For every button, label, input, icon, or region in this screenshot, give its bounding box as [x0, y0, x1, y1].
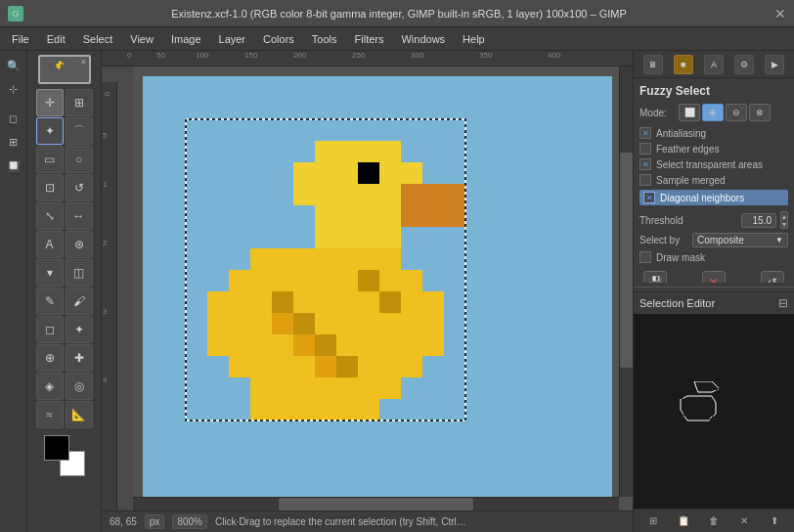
tool-measure[interactable]: 📐 [66, 401, 93, 428]
close-panel-icon[interactable]: ✕ [735, 512, 753, 530]
draw-mask-checkbox[interactable] [640, 251, 651, 263]
selection-editor-body [634, 314, 794, 509]
color-swatches[interactable] [44, 435, 85, 476]
horizontal-scrollbar[interactable] [133, 497, 619, 510]
ruler-side-50: 5 [103, 131, 107, 140]
mode-replace[interactable]: ⬜ [679, 104, 700, 121]
menu-edit[interactable]: Edit [39, 31, 73, 47]
select-transparent-row: ✕ Select transparent areas [640, 158, 788, 170]
cursor-coords: 68, 65 [110, 516, 137, 527]
settings-icon[interactable]: ⚙ [734, 55, 754, 74]
menu-file[interactable]: File [4, 31, 37, 47]
tool-text[interactable]: A [36, 231, 64, 258]
menu-layer[interactable]: Layer [211, 31, 254, 47]
tool-move[interactable]: ✛ [36, 89, 64, 116]
feather-edges-checkbox[interactable] [640, 143, 651, 155]
tool-gradient[interactable]: ◫ [66, 259, 93, 287]
panel-divider [634, 287, 794, 288]
delete-preset-button[interactable]: ✕ [702, 271, 726, 283]
ruler-mark-400: 400 [548, 51, 560, 60]
view-icon2[interactable]: ⊞ [3, 131, 24, 153]
selection-editor-header[interactable]: Selection Editor ⊟ [634, 291, 794, 314]
tool-dodge[interactable]: ◎ [66, 373, 93, 400]
ruler-mark-350: 350 [479, 51, 492, 60]
menu-colors[interactable]: Colors [255, 31, 302, 47]
menu-image[interactable]: Image [163, 31, 209, 47]
diagonal-neighbors-checkbox[interactable]: ✕ [643, 192, 655, 203]
foreground-color-swatch[interactable] [44, 435, 69, 461]
image-canvas[interactable] [133, 66, 633, 510]
tool-heal[interactable]: ✚ [66, 344, 93, 372]
view-icon3[interactable]: 🔲 [3, 155, 24, 176]
antialiasing-row: ✕ Antialiasing [640, 127, 788, 139]
menu-select[interactable]: Select [75, 31, 121, 47]
collapse-icon[interactable]: ⊟ [778, 296, 788, 310]
menu-windows[interactable]: Windows [393, 31, 453, 47]
tool-bucket[interactable]: ▾ [36, 259, 64, 287]
threshold-value[interactable]: 15.0 [741, 213, 776, 228]
tool-smudge[interactable]: ≈ [36, 401, 64, 428]
tool-ellipse-select[interactable]: ○ [66, 146, 93, 173]
delete-icon[interactable]: 🗑 [705, 512, 723, 530]
tool-fuzzy-select[interactable]: ✦ [36, 117, 64, 145]
color-swatch-icon[interactable]: ■ [674, 55, 693, 74]
tool-scale[interactable]: ⤡ [36, 202, 64, 230]
tool-crop[interactable]: ⊡ [36, 174, 64, 201]
scroll-up-icon[interactable]: ▲ [781, 213, 788, 220]
font-icon[interactable]: A [704, 55, 724, 74]
play-icon[interactable]: ▶ [765, 55, 784, 74]
scroll-down-icon[interactable]: ▼ [781, 221, 788, 228]
close-button[interactable]: ✕ [774, 6, 786, 22]
tool-rect-select[interactable]: ▭ [36, 146, 64, 173]
menu-filters[interactable]: Filters [347, 31, 392, 47]
tool-pencil[interactable]: ✎ [36, 288, 64, 315]
tool-free-select[interactable]: ⌒ [66, 117, 93, 145]
threshold-scroll[interactable]: ▲ ▼ [780, 211, 788, 229]
mode-add[interactable]: ⊕ [702, 104, 724, 121]
select-transparent-checkbox[interactable]: ✕ [640, 158, 651, 170]
active-tool-duck[interactable]: ✕ [38, 55, 91, 84]
mode-subtract[interactable]: ⊖ [726, 104, 747, 121]
menu-view[interactable]: View [122, 31, 161, 47]
tool-options-x[interactable]: ✕ [80, 58, 87, 66]
select-by-dropdown[interactable]: Composite ▼ [692, 233, 788, 247]
select-transparent-label: Select transparent areas [656, 159, 763, 170]
duck-icon-canvas [53, 58, 76, 81]
antialiasing-label: Antialiasing [656, 128, 706, 139]
tool-align[interactable]: ⊞ [66, 89, 93, 116]
scroll-up-icon[interactable]: ⬆ [766, 512, 783, 530]
menu-help[interactable]: Help [455, 31, 493, 47]
mode-intersect[interactable]: ⊗ [749, 104, 771, 121]
display-icon[interactable]: 🖥 [643, 55, 663, 74]
reset-button[interactable]: ↺ [761, 271, 784, 283]
save-preset-button[interactable]: 💾 [643, 271, 667, 283]
duplicate-icon[interactable]: 📋 [675, 512, 692, 530]
view-icon1[interactable]: ◻ [3, 108, 24, 129]
title-bar: G Existenz.xcf-1.0 (RGB color 8-bit gamm… [0, 0, 794, 27]
mode-row: Mode: ⬜ ⊕ ⊖ ⊗ [640, 104, 788, 121]
zoom-level[interactable]: 800% [172, 514, 207, 529]
tool-airbrush[interactable]: ✦ [66, 316, 93, 343]
main-canvas[interactable] [143, 76, 612, 507]
tool-eraser[interactable]: ◻ [36, 316, 64, 343]
tool-rotate[interactable]: ↺ [66, 174, 93, 201]
ruler-side-mark: 0 [103, 92, 111, 96]
tool-flip[interactable]: ↔ [66, 202, 93, 230]
grid-icon[interactable]: ⊞ [644, 512, 662, 530]
antialiasing-checkbox[interactable]: ✕ [640, 127, 651, 139]
status-bar: 68, 65 px 800% Click·Drag to replace the… [102, 510, 633, 532]
tool-paths[interactable]: ⊛ [66, 231, 93, 258]
vertical-scrollbar[interactable] [619, 66, 633, 497]
sample-merged-checkbox[interactable] [640, 174, 651, 186]
tool-blend[interactable]: ◈ [36, 373, 64, 400]
tool-clone[interactable]: ⊕ [36, 344, 64, 372]
h-scrollbar-thumb[interactable] [279, 498, 473, 510]
tool-brush[interactable]: 🖌 [66, 288, 93, 315]
v-scrollbar-thumb[interactable] [620, 153, 633, 368]
scroll-icon[interactable]: ⊹ [3, 78, 24, 100]
ruler-mark-0: 0 [127, 51, 131, 60]
unit-selector[interactable]: px [145, 514, 165, 529]
menu-tools[interactable]: Tools [304, 31, 345, 47]
zoom-tool-icon[interactable]: 🔍 [3, 55, 24, 76]
select-by-row: Select by Composite ▼ [640, 233, 788, 247]
